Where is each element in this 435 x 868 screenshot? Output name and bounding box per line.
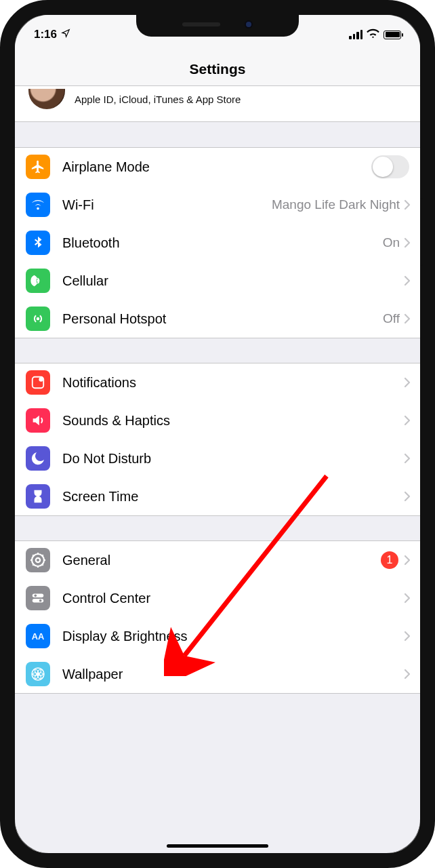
row-label: Wi-Fi bbox=[62, 197, 272, 213]
chevron-right-icon bbox=[404, 415, 411, 426]
chevron-right-icon bbox=[404, 199, 411, 210]
row-general[interactable]: General1 bbox=[15, 541, 420, 579]
cellular-signal-icon bbox=[349, 30, 362, 39]
row-bluetooth[interactable]: BluetoothOn bbox=[15, 224, 420, 262]
notch bbox=[136, 12, 299, 37]
chevron-right-icon bbox=[404, 631, 411, 642]
svg-rect-16 bbox=[33, 599, 44, 603]
svg-point-5 bbox=[36, 558, 40, 562]
apple-id-row[interactable]: Apple ID, iCloud, iTunes & App Store bbox=[15, 86, 420, 122]
chevron-right-icon bbox=[404, 593, 411, 604]
wifi-icon bbox=[26, 193, 50, 217]
row-control-center[interactable]: Control Center bbox=[15, 579, 420, 617]
row-value: Off bbox=[383, 311, 400, 326]
row-label: Personal Hotspot bbox=[62, 311, 383, 327]
row-value: Mango Life Dark Night bbox=[272, 197, 400, 212]
airplane-icon bbox=[26, 155, 50, 179]
chevron-right-icon bbox=[404, 377, 411, 388]
general-icon bbox=[26, 548, 50, 572]
svg-point-17 bbox=[39, 599, 42, 602]
apple-id-subtitle: Apple ID, iCloud, iTunes & App Store bbox=[75, 94, 241, 105]
row-wi-fi[interactable]: Wi-FiMango Life Dark Night bbox=[15, 186, 420, 224]
row-label: Sounds & Haptics bbox=[62, 413, 404, 429]
svg-point-22 bbox=[35, 673, 39, 679]
svg-point-3 bbox=[39, 377, 43, 381]
row-label: Screen Time bbox=[62, 489, 404, 505]
row-notifications[interactable]: Notifications bbox=[15, 363, 420, 401]
svg-line-9 bbox=[33, 564, 34, 566]
row-label: Cellular bbox=[62, 273, 404, 289]
chevron-right-icon bbox=[404, 491, 411, 502]
location-icon bbox=[61, 28, 70, 41]
row-do-not-disturb[interactable]: Do Not Disturb bbox=[15, 439, 420, 477]
row-airplane-mode[interactable]: Airplane Mode bbox=[15, 148, 420, 186]
chevron-right-icon bbox=[404, 453, 411, 464]
row-label: Airplane Mode bbox=[62, 159, 371, 175]
svg-line-7 bbox=[42, 564, 43, 566]
chevron-right-icon bbox=[404, 237, 411, 248]
row-wallpaper[interactable]: Wallpaper bbox=[15, 655, 420, 693]
battery-icon bbox=[384, 31, 401, 39]
notifications-icon bbox=[26, 370, 50, 395]
row-label: General bbox=[62, 553, 381, 568]
bluetooth-icon bbox=[26, 231, 50, 255]
row-label: Do Not Disturb bbox=[62, 451, 404, 467]
row-screen-time[interactable]: Screen Time bbox=[15, 477, 420, 515]
status-time: 1:16 bbox=[34, 28, 57, 41]
svg-point-25 bbox=[37, 669, 42, 675]
row-label: Bluetooth bbox=[62, 235, 383, 251]
row-label: Notifications bbox=[62, 375, 404, 391]
row-cellular[interactable]: Cellular bbox=[15, 262, 420, 300]
display-icon: AA bbox=[26, 624, 50, 648]
airplane-mode-toggle[interactable] bbox=[371, 155, 409, 178]
svg-line-13 bbox=[42, 555, 43, 556]
screentime-icon bbox=[26, 484, 50, 509]
svg-rect-14 bbox=[33, 594, 44, 598]
cellular-icon bbox=[26, 269, 50, 293]
row-sounds-haptics[interactable]: Sounds & Haptics bbox=[15, 401, 420, 439]
chevron-right-icon bbox=[404, 313, 411, 324]
row-value: On bbox=[383, 235, 400, 250]
row-label: Display & Brightness bbox=[62, 629, 404, 644]
wallpaper-icon bbox=[26, 662, 50, 686]
controlcenter-icon bbox=[26, 586, 50, 610]
svg-text:AA: AA bbox=[32, 631, 45, 642]
sounds-icon bbox=[26, 408, 50, 433]
row-display-brightness[interactable]: AADisplay & Brightness bbox=[15, 617, 420, 655]
chevron-right-icon bbox=[404, 669, 411, 679]
svg-point-1 bbox=[37, 317, 40, 321]
dnd-icon bbox=[26, 446, 50, 471]
home-indicator bbox=[167, 844, 268, 848]
svg-line-11 bbox=[33, 555, 34, 556]
notification-badge: 1 bbox=[381, 551, 398, 569]
hotspot-icon bbox=[26, 307, 50, 331]
avatar bbox=[28, 89, 65, 109]
row-personal-hotspot[interactable]: Personal HotspotOff bbox=[15, 300, 420, 338]
chevron-right-icon bbox=[404, 555, 411, 566]
chevron-right-icon bbox=[404, 275, 411, 286]
row-label: Wallpaper bbox=[62, 667, 404, 682]
row-label: Control Center bbox=[62, 591, 404, 606]
wifi-icon bbox=[367, 28, 379, 41]
svg-point-15 bbox=[35, 595, 37, 597]
page-title: Settings bbox=[15, 45, 420, 86]
